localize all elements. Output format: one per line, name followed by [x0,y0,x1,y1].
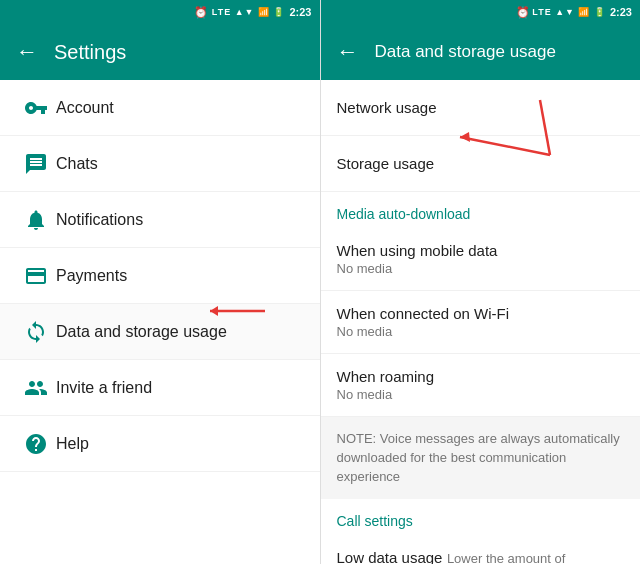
sidebar-item-chats[interactable]: Chats [0,136,320,192]
chats-icon [16,152,56,176]
invite-label: Invite a friend [56,379,152,397]
network-usage-title: Network usage [337,99,625,116]
left-app-bar: ← Settings [0,24,320,80]
low-data-title: Low data usage [337,549,443,564]
invite-icon [16,376,56,400]
notifications-label: Notifications [56,211,143,229]
low-data-item[interactable]: Low data usage Lower the amount of data … [321,535,641,564]
sidebar-item-payments[interactable]: Payments [0,248,320,304]
payments-label: Payments [56,267,127,285]
sidebar-item-help[interactable]: Help [0,416,320,472]
right-status-clock: 2:23 [610,6,632,18]
sidebar-item-data[interactable]: Data and storage usage [0,304,320,360]
status-icons-left: LTE ▲▼ 📶 🔋 [212,7,286,17]
full-layout: ⏰ LTE ▲▼ 📶 🔋 2:23 ← Settings Account [0,0,640,564]
right-status-icons: LTE ▲▼ 📶 🔋 [532,7,606,17]
mobile-data-title: When using mobile data [337,242,625,259]
call-settings-header: Call settings [321,499,641,535]
detail-list: Network usage Storage usage Media auto-d… [321,80,641,564]
data-label: Data and storage usage [56,323,227,341]
left-app-bar-title: Settings [54,41,126,64]
wifi-title: When connected on Wi-Fi [337,305,625,322]
voice-note-text: NOTE: Voice messages are always automati… [337,431,620,484]
media-autodownload-header: Media auto-download [321,192,641,228]
right-panel: ⏰ LTE ▲▼ 📶 🔋 2:23 ← Data and storage usa… [321,0,641,564]
left-status-bar: ⏰ LTE ▲▼ 📶 🔋 2:23 [0,0,320,24]
right-back-button[interactable]: ← [337,41,359,63]
sidebar-item-invite[interactable]: Invite a friend [0,360,320,416]
help-icon [16,432,56,456]
help-label: Help [56,435,89,453]
right-app-bar: ← Data and storage usage [321,24,641,80]
roaming-item[interactable]: When roaming No media [321,354,641,417]
settings-list: Account Chats Notifications [0,80,320,564]
sidebar-item-account[interactable]: Account [0,80,320,136]
right-status-bar: ⏰ LTE ▲▼ 📶 🔋 2:23 [321,0,641,24]
roaming-title: When roaming [337,368,625,385]
mobile-data-subtitle: No media [337,261,625,276]
chats-label: Chats [56,155,98,173]
network-usage-item[interactable]: Network usage [321,80,641,136]
left-panel: ⏰ LTE ▲▼ 📶 🔋 2:23 ← Settings Account [0,0,321,564]
data-icon [16,320,56,344]
left-back-button[interactable]: ← [16,41,38,63]
wifi-item[interactable]: When connected on Wi-Fi No media [321,291,641,354]
storage-usage-title: Storage usage [337,155,625,172]
sidebar-item-notifications[interactable]: Notifications [0,192,320,248]
low-data-text-group: Low data usage Lower the amount of data … [337,549,607,564]
roaming-subtitle: No media [337,387,625,402]
status-clock-left: 2:23 [289,6,311,18]
mobile-data-item[interactable]: When using mobile data No media [321,228,641,291]
payments-icon [16,264,56,288]
wifi-subtitle: No media [337,324,625,339]
voice-note-box: NOTE: Voice messages are always automati… [321,417,641,499]
notifications-icon [16,208,56,232]
account-label: Account [56,99,114,117]
storage-usage-item[interactable]: Storage usage [321,136,641,192]
right-status-icon: ⏰ [516,6,530,19]
account-icon [16,96,56,120]
right-app-bar-title: Data and storage usage [375,42,556,62]
status-time-left: ⏰ [194,6,208,19]
